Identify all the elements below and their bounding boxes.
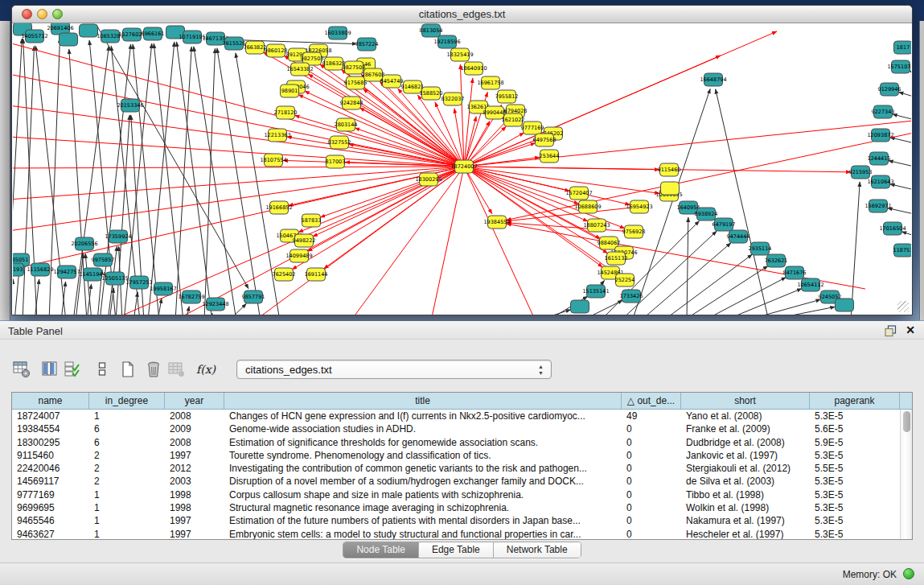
graph-node[interactable]: 9857791	[242, 290, 265, 303]
graph-node[interactable]: 17359924	[105, 230, 131, 243]
graph-node[interactable]: 20153346	[117, 99, 143, 112]
graph-node[interactable]: 8813054	[420, 24, 443, 37]
graph-node[interactable]: 14055712	[21, 30, 47, 43]
graph-node[interactable]: 8454749	[380, 75, 404, 88]
graph-node[interactable]: 8327552	[328, 136, 351, 149]
table-row[interactable]: 977716911998Corpus callosum shape and si…	[12, 488, 900, 501]
table-row[interactable]: 911546021997Tourette syndrome. Phenomeno…	[12, 449, 900, 462]
graph-node[interactable]: 1733426	[620, 290, 643, 303]
graph-node[interactable]: 7615526	[223, 37, 246, 50]
graph-node[interactable]: 817003	[326, 155, 346, 168]
graph-node[interactable]: 2935114	[749, 242, 772, 255]
graph-node[interactable]: 6497568	[533, 134, 556, 146]
graph-node[interactable]: 18807243	[583, 219, 610, 232]
graph-node[interactable]: 16543382	[286, 63, 313, 76]
table-mode-icon[interactable]	[92, 359, 113, 380]
column-header-short[interactable]: short	[681, 393, 810, 409]
resize-grip-icon[interactable]	[897, 301, 909, 312]
graph-node[interactable]: 9498222	[293, 234, 316, 247]
graph-node[interactable]: 2803144	[335, 118, 358, 131]
graph-node[interactable]: 11156829	[27, 263, 53, 276]
graph-node[interactable]: 1615132	[605, 252, 628, 265]
graph-node[interactable]: 9756928	[622, 225, 646, 238]
graph-node[interactable]: 2718120	[274, 106, 298, 119]
graph-node[interactable]: 12942757	[53, 266, 80, 278]
graph-node[interactable]: 12213363	[264, 129, 290, 142]
graph-node[interactable]: 9860128	[265, 44, 288, 57]
float-window-icon[interactable]	[885, 325, 897, 337]
graph-node[interactable]: 15692971	[864, 200, 891, 212]
graph-node[interactable]: 9777169	[521, 122, 544, 134]
graph-node[interactable]	[60, 33, 78, 46]
table-row[interactable]: 1938455462009Genome-wide association stu…	[12, 422, 900, 435]
new-column-icon[interactable]	[117, 359, 138, 380]
graph-node[interactable]: 7663822	[244, 41, 267, 54]
table-row[interactable]: 946362711997Embryonic stem cells: a mode…	[12, 528, 900, 539]
graph-node[interactable]: 1588520	[420, 87, 443, 100]
tab-edge-table[interactable]: Edge Table	[419, 542, 494, 558]
graph-node[interactable]: 253644	[540, 150, 560, 163]
column-header-year[interactable]: year	[165, 393, 224, 409]
graph-node[interactable]: 15720407	[565, 187, 592, 200]
graph-node[interactable]: 9227343	[872, 105, 895, 118]
graph-node[interactable]: 8938924	[695, 208, 718, 220]
table-row[interactable]: 969969511998Structural magnetic resonanc…	[12, 501, 900, 514]
graph-node[interactable]: 39193	[13, 263, 24, 276]
graph-node[interactable]: 6966161	[142, 27, 165, 40]
function-builder-icon[interactable]: f(x)	[195, 359, 216, 380]
vertical-scrollbar[interactable]	[900, 410, 912, 539]
graph-node[interactable]: 9474444	[727, 230, 750, 243]
table-settings-icon[interactable]	[11, 359, 32, 380]
graph-node[interactable]: 12093872	[867, 129, 893, 142]
scrollbar-thumb[interactable]	[903, 411, 910, 432]
graph-node[interactable]: 587833	[302, 214, 322, 227]
graph-node[interactable]: 7857224	[355, 38, 379, 51]
graph-node[interactable]: 15135141	[582, 285, 609, 298]
graph-node[interactable]: 9975857	[92, 253, 115, 266]
graph-node[interactable]	[571, 300, 589, 313]
graph-node[interactable]: 1244415	[868, 152, 891, 165]
graph-node[interactable]: 9175685	[344, 76, 368, 89]
column-header-title[interactable]: title	[224, 393, 622, 409]
table-row[interactable]: 1872400712008Changes of HCN gene express…	[12, 410, 900, 422]
graph-node[interactable]: 18325419	[446, 48, 473, 61]
graph-node[interactable]: 12923448	[202, 298, 228, 311]
row-checklist-icon[interactable]	[62, 359, 83, 380]
graph-node[interactable]: 14099489	[285, 249, 312, 262]
graph-node[interactable]: 1817	[894, 41, 912, 54]
graph-node[interactable]: 7625402	[273, 268, 296, 281]
show-columns-icon[interactable]	[39, 359, 60, 380]
graph-node[interactable]: 17957253	[125, 276, 152, 289]
graph-node[interactable]: 19958167	[150, 282, 176, 295]
graph-node[interactable]: 18640910	[460, 62, 487, 75]
graph-node[interactable]: 18724007	[450, 160, 477, 173]
window-titlebar[interactable]: citations_edges.txt	[12, 6, 912, 23]
graph-node[interactable]: 16961758	[477, 76, 503, 89]
table-row[interactable]: 946554611997Estimation of the future num…	[12, 514, 900, 527]
graph-node[interactable]: 10688609	[574, 200, 601, 213]
graph-node[interactable]: 1691144	[305, 268, 328, 281]
graph-node[interactable]: 16033809	[324, 27, 351, 39]
graph-node[interactable]: 9242848	[340, 97, 363, 109]
graph-node[interactable]: 7632621	[765, 254, 788, 267]
graph-node[interactable]: 17016504	[879, 222, 906, 235]
table-row[interactable]: 2242004622012Investigating the contribut…	[12, 462, 900, 475]
graph-node[interactable]: 19218596	[433, 35, 460, 48]
graph-node[interactable]: 19166852	[265, 201, 292, 214]
tab-network-table[interactable]: Network Table	[494, 542, 581, 558]
graph-node[interactable]: 16210643	[867, 175, 893, 188]
graph-node[interactable]: 9129946	[878, 83, 901, 96]
graph-node[interactable]: 18107554	[260, 154, 286, 167]
graph-node[interactable]: 118753	[893, 244, 911, 257]
graph-node[interactable]: 16648794	[700, 73, 726, 86]
graph-node[interactable]: 8471676	[783, 266, 807, 279]
graph-node[interactable]: 252254	[615, 274, 635, 286]
table-row[interactable]: 1456911722003Disruption of a novel membe…	[12, 475, 900, 488]
table-row[interactable]: 1830029562008Estimation of significance …	[12, 436, 900, 449]
graph-node[interactable]: 20206556	[71, 237, 97, 250]
graph-node[interactable]: 12505135	[101, 272, 128, 285]
column-header-out_de[interactable]: △ out_de...	[622, 393, 681, 409]
graph-node[interactable]: 10654112	[797, 278, 823, 291]
graph-node[interactable]: 98901	[281, 84, 299, 97]
graph-node[interactable]: 6479197	[713, 218, 736, 231]
